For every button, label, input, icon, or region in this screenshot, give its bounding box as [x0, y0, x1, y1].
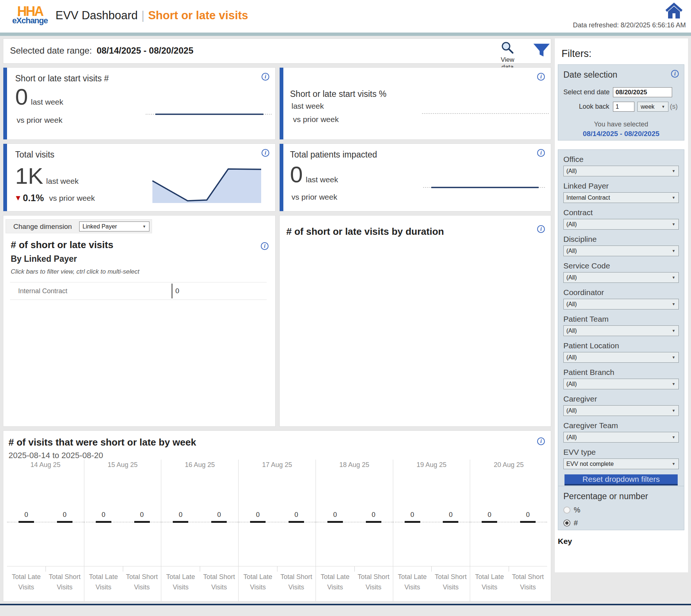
bar-mark[interactable]	[520, 521, 536, 523]
bar-mark[interactable]	[250, 521, 266, 523]
data-refreshed-text: Data refreshed: 8/20/2025 6:56:16 AM	[573, 21, 686, 29]
week-column-header: 19 Aug 25	[393, 460, 470, 471]
bar-value-label: 0	[24, 511, 28, 519]
bar-slot: 0	[239, 511, 277, 523]
bar-mark[interactable]	[482, 521, 497, 523]
kpi-delta-value: 0.1%	[23, 193, 44, 203]
filter-select-patient-team[interactable]: (All)▼	[563, 325, 679, 336]
info-icon[interactable]: i	[537, 437, 545, 445]
header-divider	[0, 33, 691, 36]
bar-slot: 0	[354, 511, 393, 523]
logo-x: X	[16, 16, 21, 25]
week-column-16-aug-25: 16 Aug 2500Total LateVisitsTotal ShortVi…	[161, 460, 239, 601]
dimension-chart-subtitle: By Linked Payer	[11, 254, 77, 264]
sparkline-flat	[423, 185, 546, 190]
bar-value-label: 0	[294, 511, 298, 519]
filter-select-linked-payer[interactable]: Internal Contract▼	[563, 192, 679, 203]
filter-label: Service Code	[563, 261, 679, 270]
kpi-title: Total patients impacted	[290, 150, 377, 160]
radio-option-number[interactable]: #	[563, 519, 679, 527]
filter-select-caregiver[interactable]: (All)▼	[563, 405, 679, 416]
bar-slot: 0	[316, 511, 354, 523]
bar-mark[interactable]	[134, 521, 150, 523]
bar-mark[interactable]	[96, 521, 111, 523]
bar-mark[interactable]	[57, 521, 73, 523]
look-back-unit-dropdown[interactable]: week ▼	[637, 102, 668, 112]
logo-e: e	[12, 16, 16, 25]
look-back-suffix: (s)	[670, 103, 678, 111]
radio-option-percent[interactable]: %	[563, 506, 679, 514]
bar-mark[interactable]	[443, 521, 458, 523]
end-date-input[interactable]	[613, 87, 672, 97]
logo-change: change	[21, 16, 48, 25]
filter-select-patient-branch[interactable]: (All)▼	[563, 379, 679, 389]
view-data-button[interactable]: View data	[495, 41, 520, 71]
filter-label: Contract	[563, 208, 679, 217]
info-icon[interactable]: i	[261, 242, 269, 250]
card-accent-bar	[3, 68, 7, 139]
filter-select-value: (All)	[564, 168, 669, 175]
change-dimension-dropdown[interactable]: Linked Payer ▼	[79, 221, 149, 231]
week-column-axis-labels: Total LateVisitsTotal ShortVisits	[161, 566, 238, 601]
week-column-header: 20 Aug 25	[470, 460, 547, 471]
measure-axis-label: Total ShortVisits	[431, 566, 470, 601]
week-column-axis-labels: Total LateVisitsTotal ShortVisits	[393, 566, 470, 601]
filter-select-office[interactable]: (All)▼	[563, 166, 679, 176]
info-icon[interactable]: i	[537, 73, 545, 81]
bar-value-label: 0	[256, 511, 260, 519]
filter-select-discipline[interactable]: (All)▼	[563, 246, 679, 256]
bar-slot: 0	[84, 511, 123, 523]
filter-select-caregiver-team[interactable]: (All)▼	[563, 432, 679, 443]
chevron-down-icon: ▼	[669, 355, 678, 359]
bar-mark[interactable]	[405, 521, 420, 523]
chevron-down-icon: ▼	[139, 224, 149, 229]
radio-list: %#	[563, 506, 679, 527]
measure-axis-label: Total LateVisits	[316, 566, 354, 601]
kpi-title: Short or late start visits #	[15, 74, 109, 84]
sparkline-area	[151, 167, 263, 204]
measure-axis-label: Total ShortVisits	[123, 566, 161, 601]
info-icon[interactable]: i	[262, 149, 269, 157]
magnifier-icon	[501, 41, 514, 54]
filter-select-patient-location[interactable]: (All)▼	[563, 352, 679, 363]
kpi-delta-row: ▼ 0.1% vs prior week	[14, 193, 95, 203]
info-icon[interactable]: i	[537, 225, 545, 233]
filter-label: Patient Location	[563, 341, 679, 350]
kpi-value: 1K	[15, 165, 43, 187]
bar-mark[interactable]	[289, 521, 304, 523]
bar-slot: 0	[7, 511, 45, 523]
filter-select-coordinator[interactable]: (All)▼	[563, 299, 679, 309]
home-icon[interactable]	[665, 2, 683, 19]
filter-select-evv-type[interactable]: EVV not complete▼	[563, 458, 679, 469]
week-columns: 14 Aug 2500Total LateVisitsTotal ShortVi…	[7, 460, 547, 601]
bar-mark[interactable]	[173, 521, 188, 523]
reset-dropdown-filters-button[interactable]: Reset dropdown filters	[564, 474, 678, 485]
filter-group-contract: Contract(All)▼	[563, 208, 679, 230]
filter-select-contract[interactable]: (All)▼	[563, 219, 679, 230]
kpi-total-patients-impacted: Total patients impacted i 0 last week vs…	[279, 143, 551, 211]
info-icon[interactable]: i	[262, 73, 269, 81]
info-icon[interactable]: i	[537, 149, 545, 157]
filter-funnel-icon[interactable]	[533, 43, 550, 58]
filter-select-service-code[interactable]: (All)▼	[563, 272, 679, 283]
bar-mark[interactable]	[327, 521, 343, 523]
bar-mark[interactable]	[366, 521, 381, 523]
filter-label: Patient Team	[563, 315, 679, 324]
look-back-input[interactable]	[613, 102, 634, 112]
radio-label: #	[574, 519, 578, 527]
bar-mark[interactable]	[211, 521, 227, 523]
filter-select-value: (All)	[564, 434, 669, 441]
week-column-plot: 00	[239, 471, 316, 566]
page-bottom-rule	[0, 604, 691, 605]
dimension-bar-list: Internal Contract 0	[10, 282, 267, 300]
filter-label: Patient Branch	[563, 368, 679, 377]
week-column-axis-labels: Total LateVisitsTotal ShortVisits	[84, 566, 161, 601]
filter-group-coordinator: Coordinator(All)▼	[563, 288, 679, 309]
radio-label: %	[574, 506, 580, 514]
dimension-zero-bar[interactable]	[172, 284, 172, 298]
filter-select-value: (All)	[564, 248, 669, 254]
filter-label: Office	[563, 155, 679, 164]
bar-mark[interactable]	[18, 521, 34, 523]
measure-axis-label: Total ShortVisits	[509, 566, 547, 601]
info-icon[interactable]: i	[671, 70, 679, 78]
